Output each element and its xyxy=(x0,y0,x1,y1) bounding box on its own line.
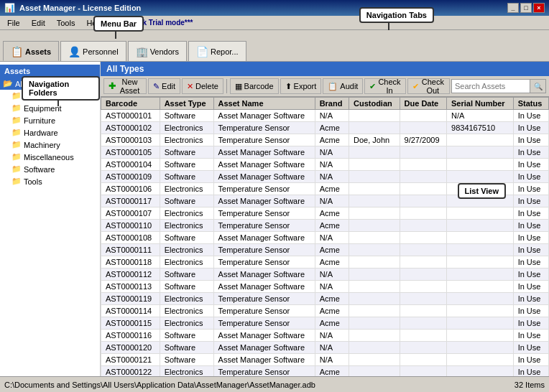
table-cell: N/A xyxy=(315,269,349,281)
folder-icon-electronics: 📁 xyxy=(11,91,22,101)
table-cell: Acme xyxy=(315,366,349,377)
table-row[interactable]: AST0000102ElectronicsTemperature SensorA… xyxy=(101,122,549,134)
maximize-button[interactable]: □ xyxy=(520,3,532,13)
checkout-label: Check Out xyxy=(421,78,445,95)
table-row[interactable]: AST0000113SoftwareAsset Manager Software… xyxy=(101,281,549,293)
menu-edit[interactable]: Edit xyxy=(27,17,50,29)
table-cell: Software xyxy=(160,159,213,171)
tab-assets-label: Assets xyxy=(25,47,51,56)
menu-tools[interactable]: Tools xyxy=(52,17,80,29)
table-cell: Asset Manager Software xyxy=(213,195,315,207)
sidebar-item-electronics[interactable]: 📁 Electronics xyxy=(0,90,100,102)
table-row[interactable]: AST0000116SoftwareAsset Manager Software… xyxy=(101,330,549,342)
table-row[interactable]: AST0000119ElectronicsTemperature SensorA… xyxy=(101,293,549,305)
table-row[interactable]: AST0000105SoftwareAsset Manager Software… xyxy=(101,146,549,159)
table-row[interactable]: AST0000117SoftwareAsset Manager Software… xyxy=(101,195,549,207)
folder-open-icon: 📂 xyxy=(3,79,13,88)
col-asset-name[interactable]: Asset Name xyxy=(213,98,315,110)
close-button[interactable]: × xyxy=(533,3,545,13)
audit-button[interactable]: 📋 Audit xyxy=(323,78,363,94)
col-custodian[interactable]: Custodian xyxy=(349,98,400,110)
table-row[interactable]: AST0000112SoftwareAsset Manager Software… xyxy=(101,269,549,281)
table-row[interactable]: AST0000118ElectronicsTemperature SensorA… xyxy=(101,256,549,269)
table-cell: Acme xyxy=(315,207,349,220)
table-cell xyxy=(349,195,400,207)
sidebar-item-software[interactable]: 📁 Software xyxy=(0,163,100,175)
table-cell: Temperature Sensor xyxy=(213,317,315,330)
col-asset-type[interactable]: Asset Type xyxy=(160,98,213,110)
tab-reports-label: Repor... xyxy=(211,47,239,56)
table-row[interactable]: AST0000122ElectronicsTemperature SensorA… xyxy=(101,366,549,377)
col-barcode[interactable]: Barcode xyxy=(101,98,160,110)
table-cell: Asset Manager Software xyxy=(213,232,315,244)
barcode-button[interactable]: ▦ Barcode xyxy=(230,78,279,94)
table-cell: N/A xyxy=(315,342,349,354)
sidebar-item-machinery[interactable]: 📁 Machinery xyxy=(0,139,100,151)
table-cell: In Use xyxy=(513,110,548,122)
sidebar-item-hardware[interactable]: 📁 Hardware xyxy=(0,126,100,139)
col-due-date[interactable]: Due Date xyxy=(400,98,446,110)
checkin-button[interactable]: ✔ Check In xyxy=(364,78,405,94)
folder-icon-machinery: 📁 xyxy=(11,140,22,149)
sidebar-item-miscellaneous[interactable]: 📁 Miscellaneous xyxy=(0,151,100,163)
table-row[interactable]: AST0000110ElectronicsTemperature SensorA… xyxy=(101,220,549,232)
checkout-button[interactable]: ✔ Check Out xyxy=(407,78,450,94)
table-cell: AST0000101 xyxy=(101,110,160,122)
tab-assets[interactable]: 📋 Assets xyxy=(3,41,59,61)
edit-button[interactable]: ✎ Edit xyxy=(148,78,180,94)
table-cell xyxy=(349,244,400,256)
title-bar: 📊 Asset Manager - License Edition _ □ × xyxy=(0,0,549,16)
table-row[interactable]: AST0000107ElectronicsTemperature SensorA… xyxy=(101,207,549,220)
table-cell xyxy=(400,330,446,342)
menu-unlock-trial[interactable]: ***Unlock Trial mode*** xyxy=(110,17,197,28)
search-input[interactable] xyxy=(451,79,530,93)
table-cell: Software xyxy=(160,110,213,122)
checkin-icon: ✔ xyxy=(369,82,376,91)
table-row[interactable]: AST0000114ElectronicsTemperature SensorA… xyxy=(101,305,549,317)
table-row[interactable]: AST0000108SoftwareAsset Manager Software… xyxy=(101,232,549,244)
table-row[interactable]: AST0000111ElectronicsTemperature SensorA… xyxy=(101,244,549,256)
table-row[interactable]: AST0000104SoftwareAsset Manager Software… xyxy=(101,159,549,171)
table-cell xyxy=(349,256,400,269)
sidebar-item-tools[interactable]: 📁 Tools xyxy=(0,175,100,187)
table-row[interactable]: AST0000121SoftwareAsset Manager Software… xyxy=(101,354,549,366)
table-cell: In Use xyxy=(513,220,548,232)
search-button[interactable]: 🔍 xyxy=(530,79,546,93)
menu-file[interactable]: File xyxy=(3,17,24,29)
delete-label: Delete xyxy=(195,82,218,90)
table-row[interactable]: AST0000101SoftwareAsset Manager Software… xyxy=(101,110,549,122)
table-cell xyxy=(400,171,446,183)
table-cell: Temperature Sensor xyxy=(213,220,315,232)
sidebar-item-equipment[interactable]: 📁 Equipment xyxy=(0,102,100,114)
table-cell: Electronics xyxy=(160,244,213,256)
menu-help[interactable]: Help xyxy=(82,17,107,29)
table-cell xyxy=(349,342,400,354)
col-status[interactable]: Status xyxy=(513,98,548,110)
delete-button[interactable]: ✕ Delete xyxy=(182,78,223,94)
table-row[interactable]: AST0000109SoftwareAsset Manager Software… xyxy=(101,171,549,183)
col-brand[interactable]: Brand xyxy=(315,98,349,110)
tab-vendors[interactable]: 🏢 Vendors xyxy=(128,41,187,61)
table-cell xyxy=(400,269,446,281)
tab-reports[interactable]: 📄 Repor... xyxy=(188,41,246,61)
table-cell: In Use xyxy=(513,342,548,354)
table-cell: AST0000106 xyxy=(101,183,160,195)
table-row[interactable]: AST0000115ElectronicsTemperature SensorA… xyxy=(101,317,549,330)
table-cell: Acme xyxy=(315,134,349,146)
folder-icon-furniture: 📁 xyxy=(11,116,22,125)
table-row[interactable]: AST0000106ElectronicsTemperature SensorA… xyxy=(101,183,549,195)
sidebar-item-furniture[interactable]: 📁 Furniture xyxy=(0,114,100,126)
asset-table-container[interactable]: Barcode Asset Type Asset Name Brand Cust… xyxy=(101,97,549,376)
new-asset-button[interactable]: ✚ New Asset xyxy=(103,78,147,94)
table-cell: Acme xyxy=(315,293,349,305)
table-cell: In Use xyxy=(513,281,548,293)
table-row[interactable]: AST0000103ElectronicsTemperature SensorA… xyxy=(101,134,549,146)
tab-personnel[interactable]: 👤 Personnel xyxy=(60,41,126,61)
table-cell: N/A xyxy=(447,110,514,122)
table-row[interactable]: AST0000120SoftwareAsset Manager Software… xyxy=(101,342,549,354)
table-cell: Temperature Sensor xyxy=(213,305,315,317)
sidebar-item-all-types[interactable]: 📂 All Types xyxy=(0,78,100,90)
export-button[interactable]: ⬆ Export xyxy=(280,78,322,94)
minimize-button[interactable]: _ xyxy=(507,3,519,13)
col-serial[interactable]: Serial Number xyxy=(447,98,514,110)
